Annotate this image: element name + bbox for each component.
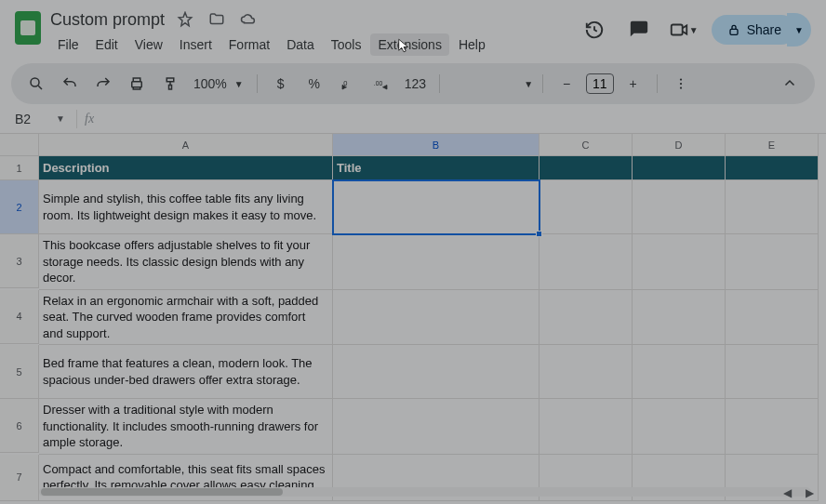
cell[interactable] — [540, 180, 633, 234]
svg-point-2 — [31, 78, 39, 86]
chevron-down-icon: ▼ — [56, 113, 65, 124]
row-header[interactable]: 2 — [0, 180, 39, 234]
cell[interactable] — [633, 234, 726, 290]
more-tools-icon[interactable] — [667, 70, 695, 98]
menu-tools[interactable]: Tools — [324, 33, 369, 56]
cell[interactable] — [726, 399, 819, 455]
column-header-D[interactable]: D — [633, 134, 726, 155]
menu-insert[interactable]: Insert — [172, 33, 220, 56]
undo-icon[interactable] — [56, 70, 84, 98]
move-folder-icon[interactable] — [206, 8, 228, 31]
cell[interactable] — [333, 345, 540, 399]
menu-edit[interactable]: Edit — [88, 33, 126, 56]
formula-bar[interactable] — [101, 110, 815, 127]
row-header[interactable]: 6 — [0, 399, 39, 453]
toolbar: 100% ▼ $ % .0 .00 123 ▼ − 11 + — [11, 63, 815, 104]
svg-rect-1 — [730, 29, 738, 34]
search-icon[interactable] — [22, 70, 50, 98]
horizontal-scrollbar[interactable] — [39, 487, 811, 497]
row-header[interactable]: 7 — [0, 455, 39, 501]
document-title[interactable]: Custom prompt — [50, 10, 165, 30]
cell[interactable] — [633, 180, 726, 234]
row-header[interactable]: 3 — [0, 234, 39, 288]
svg-point-6 — [680, 78, 682, 80]
menubar: File Edit View Insert Format Data Tools … — [50, 33, 568, 56]
zoom-dropdown[interactable]: 100% ▼ — [190, 76, 247, 91]
cell[interactable]: This bookcase offers adjustable shelves … — [39, 234, 333, 290]
comment-icon[interactable] — [622, 13, 656, 46]
share-button[interactable]: Share — [712, 15, 796, 45]
print-icon[interactable] — [123, 70, 151, 98]
svg-rect-0 — [671, 25, 682, 35]
meet-icon[interactable]: ▼ — [667, 13, 700, 46]
more-formats-button[interactable]: 123 — [401, 70, 430, 98]
cell-selected[interactable] — [333, 180, 540, 234]
cell[interactable]: Relax in an ergonomic armchair with a so… — [39, 290, 333, 346]
column-header-A[interactable]: A — [39, 134, 333, 155]
decrease-decimal-icon[interactable]: .0 — [334, 70, 362, 98]
cell[interactable] — [540, 290, 633, 346]
svg-point-7 — [680, 83, 682, 85]
cell[interactable] — [633, 290, 726, 346]
font-size-input[interactable]: 11 — [586, 73, 614, 94]
cell[interactable]: Dresser with a traditional style with mo… — [39, 399, 333, 455]
font-size-increase[interactable]: + — [620, 70, 647, 98]
menu-help[interactable]: Help — [451, 33, 493, 56]
name-box[interactable]: B2 ▼ — [11, 110, 69, 128]
cell[interactable] — [540, 399, 633, 455]
svg-rect-3 — [132, 82, 142, 87]
cell[interactable] — [726, 290, 819, 346]
cell[interactable] — [726, 180, 819, 234]
cell[interactable] — [540, 156, 633, 180]
cell[interactable] — [726, 345, 819, 399]
menu-file[interactable]: File — [50, 33, 87, 56]
currency-button[interactable]: $ — [267, 70, 295, 98]
column-header-C[interactable]: C — [540, 134, 633, 155]
menu-extensions[interactable]: Extensions — [370, 33, 448, 56]
sheets-logo[interactable] — [15, 11, 41, 45]
increase-decimal-icon[interactable]: .00 — [367, 70, 395, 98]
menu-data[interactable]: Data — [279, 33, 322, 56]
cell[interactable] — [333, 399, 540, 455]
row-header[interactable]: 5 — [0, 345, 39, 399]
menu-view[interactable]: View — [127, 33, 170, 56]
star-icon[interactable] — [174, 8, 196, 31]
cell[interactable] — [333, 290, 540, 346]
scrollbar-thumb[interactable] — [41, 488, 283, 496]
cell[interactable] — [726, 156, 819, 180]
cell[interactable] — [633, 345, 726, 399]
selection-handle[interactable] — [536, 231, 542, 237]
cell[interactable] — [540, 234, 633, 290]
cell[interactable] — [540, 345, 633, 399]
row-header[interactable]: 4 — [0, 290, 39, 344]
svg-text:.00: .00 — [373, 80, 382, 86]
cell[interactable] — [633, 399, 726, 455]
font-dropdown[interactable]: ▼ — [449, 70, 533, 98]
cell[interactable]: Bed frame that features a clean, modern … — [39, 345, 333, 399]
column-header-E[interactable]: E — [726, 134, 819, 155]
history-icon[interactable] — [578, 13, 611, 46]
sheet-nav-next-icon[interactable]: ▶ — [800, 484, 819, 502]
svg-point-8 — [680, 86, 682, 88]
formula-bar-fx-label: fx — [85, 112, 94, 126]
cell[interactable]: Simple and stylish, this coffee table fi… — [39, 180, 333, 234]
share-label: Share — [747, 22, 781, 37]
cloud-status-icon[interactable] — [237, 8, 260, 31]
menu-format[interactable]: Format — [221, 33, 277, 56]
cell[interactable] — [633, 156, 726, 180]
cell[interactable]: Description — [39, 156, 333, 180]
lock-icon — [726, 22, 741, 37]
collapse-toolbar-icon[interactable] — [776, 70, 804, 98]
cell[interactable]: Title — [333, 156, 540, 180]
sheet-nav-prev-icon[interactable]: ◀ — [778, 484, 796, 502]
cell[interactable] — [333, 234, 540, 290]
percent-button[interactable]: % — [300, 70, 328, 98]
paint-format-icon[interactable] — [156, 70, 184, 98]
cell[interactable] — [726, 234, 819, 290]
select-all-corner[interactable] — [0, 134, 39, 156]
redo-icon[interactable] — [89, 70, 117, 98]
row-header[interactable]: 1 — [0, 156, 39, 180]
column-header-B[interactable]: B — [333, 134, 540, 155]
share-dropdown[interactable]: ▼ — [787, 13, 811, 46]
font-size-decrease[interactable]: − — [553, 70, 580, 98]
